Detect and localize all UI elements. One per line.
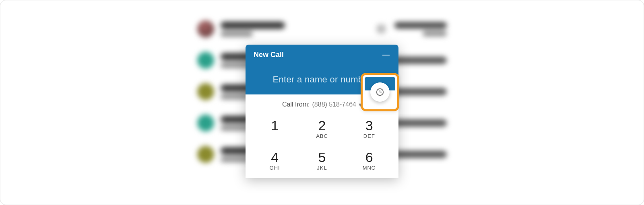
call-from-label: Call from: [282, 101, 310, 108]
keypad-key-5[interactable]: 5JKL [298, 146, 345, 178]
minimize-button[interactable]: — [381, 48, 391, 62]
panel-header: New Call — [246, 45, 398, 65]
keypad-key-3[interactable]: 3DEF [346, 115, 393, 146]
new-call-panel: New Call — Enter a name or number Call f… [246, 45, 398, 178]
keypad-key-1[interactable]: 1 [251, 115, 298, 146]
call-from-number: (888) 518-7464 [312, 101, 356, 108]
clock-icon [376, 88, 384, 96]
call-history-button-highlight [361, 73, 399, 111]
keypad-key-4[interactable]: 4GHI [251, 146, 298, 178]
call-history-button[interactable] [370, 82, 390, 102]
dial-keypad: 1 2ABC 3DEF 4GHI 5JKL 6MNO [246, 115, 398, 178]
keypad-key-6[interactable]: 6MNO [346, 146, 393, 178]
dial-input-placeholder: Enter a name or number [272, 74, 371, 85]
panel-title: New Call [254, 51, 284, 59]
keypad-key-2[interactable]: 2ABC [298, 115, 345, 146]
app-frame: New Call — Enter a name or number Call f… [0, 0, 644, 205]
